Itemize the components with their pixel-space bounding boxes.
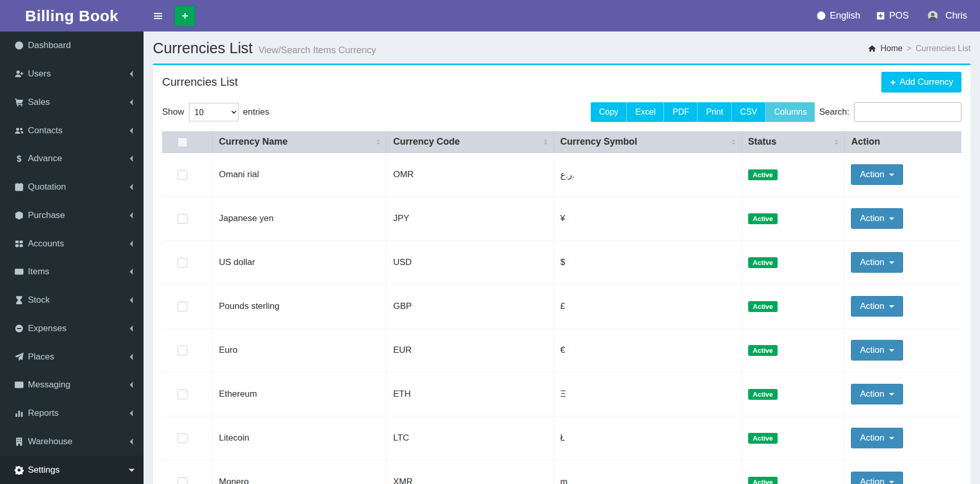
sidebar-item-stock[interactable]: Stock bbox=[0, 286, 144, 315]
chevron-left-icon bbox=[128, 183, 135, 191]
sidebar-item-label: Accounts bbox=[28, 239, 128, 249]
content-header: Currencies List View/Search Items Curren… bbox=[153, 38, 971, 64]
export-columns-button[interactable]: Columns bbox=[766, 102, 815, 122]
row-checkbox[interactable] bbox=[178, 477, 187, 484]
sidebar-item-reports[interactable]: Reports bbox=[0, 399, 144, 428]
reports-icon bbox=[10, 409, 28, 418]
column-header-currency-code[interactable]: Currency Code bbox=[387, 131, 554, 153]
places-icon bbox=[10, 352, 28, 362]
row-checkbox[interactable] bbox=[178, 346, 187, 355]
search-label: Search: bbox=[819, 107, 849, 117]
row-action-button[interactable]: Action bbox=[851, 384, 903, 404]
export-csv-button[interactable]: CSV bbox=[732, 102, 766, 122]
sidebar-item-users[interactable]: Users bbox=[0, 60, 144, 88]
column-header-status[interactable]: Status bbox=[741, 131, 845, 153]
sort-icon[interactable] bbox=[374, 138, 382, 146]
column-header-currency-symbol[interactable]: Currency Symbol bbox=[554, 131, 742, 153]
chevron-left-icon bbox=[128, 438, 135, 445]
caret-down-icon bbox=[889, 217, 894, 220]
sort-icon[interactable] bbox=[542, 138, 549, 146]
caret-down-icon bbox=[889, 349, 894, 352]
currency-symbol-cell: Ξ bbox=[554, 372, 742, 416]
currency-name-cell: Euro bbox=[213, 329, 387, 372]
breadcrumb-home-link[interactable]: Home bbox=[880, 44, 903, 53]
sidebar-item-label: Quotation bbox=[28, 182, 128, 192]
contacts-icon bbox=[10, 126, 28, 135]
sidebar-item-label: Sales bbox=[28, 97, 128, 107]
row-action-button[interactable]: Action bbox=[851, 296, 903, 317]
row-action-button[interactable]: Action bbox=[851, 252, 903, 273]
status-badge: Active bbox=[748, 213, 778, 224]
row-checkbox[interactable] bbox=[178, 389, 187, 399]
currency-name-cell: Ethereum bbox=[213, 372, 387, 416]
sidebar-item-quotation[interactable]: Quotation bbox=[0, 173, 144, 201]
sidebar-item-places[interactable]: Places bbox=[0, 342, 144, 371]
export-copy-button[interactable]: Copy bbox=[591, 102, 627, 122]
table-row: EthereumETHΞActiveAction bbox=[162, 372, 961, 416]
sidebar-item-label: Stock bbox=[28, 295, 128, 305]
status-badge: Active bbox=[748, 433, 778, 444]
search-input[interactable] bbox=[854, 102, 961, 122]
sidebar-item-settings[interactable]: Settings bbox=[0, 456, 144, 484]
items-icon bbox=[10, 267, 28, 276]
user-avatar bbox=[924, 7, 942, 25]
entries-select[interactable]: 10 bbox=[189, 103, 239, 121]
app-logo[interactable]: Billing Book bbox=[0, 0, 144, 32]
row-action-button[interactable]: Action bbox=[851, 208, 903, 229]
action-button-label: Action bbox=[860, 301, 884, 311]
sort-icon[interactable] bbox=[730, 138, 737, 146]
add-currency-button[interactable]: Add Currency bbox=[881, 72, 961, 92]
row-checkbox[interactable] bbox=[178, 433, 187, 443]
sidebar-item-sales[interactable]: Sales bbox=[0, 88, 144, 117]
row-action-button[interactable]: Action bbox=[851, 164, 903, 185]
advance-icon: $ bbox=[10, 154, 28, 163]
select-all-checkbox[interactable] bbox=[178, 137, 187, 147]
row-checkbox-cell bbox=[162, 285, 213, 329]
sidebar-item-expenses[interactable]: Expenses bbox=[0, 315, 144, 343]
sidebar-toggle-button[interactable] bbox=[144, 0, 172, 32]
column-header-currency-name[interactable]: Currency Name bbox=[213, 131, 387, 153]
sidebar-item-accounts[interactable]: Accounts bbox=[0, 229, 144, 258]
sidebar-item-purchase[interactable]: Purchase bbox=[0, 201, 144, 230]
sidebar-item-dashboard[interactable]: Dashboard bbox=[0, 32, 144, 60]
chevron-left-icon bbox=[128, 240, 135, 247]
chevron-left-icon bbox=[128, 296, 135, 304]
sidebar-item-messaging[interactable]: Messaging bbox=[0, 371, 144, 399]
row-action-button[interactable]: Action bbox=[851, 340, 903, 361]
table-row: Japanese yenJPY¥ActiveAction bbox=[162, 197, 961, 241]
status-badge: Active bbox=[748, 169, 778, 180]
row-checkbox[interactable] bbox=[178, 258, 187, 268]
sidebar-item-contacts[interactable]: Contacts bbox=[0, 116, 144, 145]
language-icon bbox=[816, 11, 826, 21]
export-pdf-button[interactable]: PDF bbox=[664, 102, 698, 122]
language-menu[interactable]: English bbox=[809, 0, 868, 32]
row-checkbox-cell bbox=[162, 329, 213, 372]
export-excel-button[interactable]: Excel bbox=[627, 102, 664, 122]
export-print-button[interactable]: Print bbox=[698, 102, 732, 122]
sidebar-item-warehouse[interactable]: Warehouse bbox=[0, 428, 144, 456]
home-icon bbox=[868, 44, 876, 53]
row-action-button[interactable]: Action bbox=[851, 472, 903, 484]
caret-down-icon bbox=[889, 481, 894, 483]
chevron-left-icon bbox=[128, 212, 135, 219]
sidebar-item-items[interactable]: Items bbox=[0, 258, 144, 286]
quick-add-button[interactable] bbox=[175, 6, 195, 26]
row-checkbox-cell bbox=[162, 460, 213, 484]
row-checkbox[interactable] bbox=[178, 170, 187, 180]
plus-icon bbox=[890, 79, 896, 86]
sort-icon[interactable] bbox=[832, 138, 840, 146]
page-subtitle: View/Search Items Currency bbox=[258, 45, 376, 56]
row-action-button[interactable]: Action bbox=[851, 428, 903, 448]
pos-button[interactable]: POS bbox=[868, 0, 916, 32]
sidebar-item-label: Items bbox=[28, 267, 128, 277]
row-checkbox[interactable] bbox=[178, 302, 187, 311]
user-menu[interactable]: Chris bbox=[916, 0, 975, 32]
export-button-group: CopyExcelPDFPrintCSVColumns bbox=[591, 102, 815, 122]
currencies-table: Currency NameCurrency CodeCurrency Symbo… bbox=[162, 131, 961, 484]
chevron-left-icon bbox=[128, 325, 135, 332]
users-icon bbox=[10, 69, 28, 79]
column-label: Action bbox=[851, 136, 880, 147]
row-checkbox[interactable] bbox=[178, 214, 187, 224]
sidebar-item-advance[interactable]: $Advance bbox=[0, 145, 144, 173]
status-cell: Active bbox=[741, 372, 845, 416]
